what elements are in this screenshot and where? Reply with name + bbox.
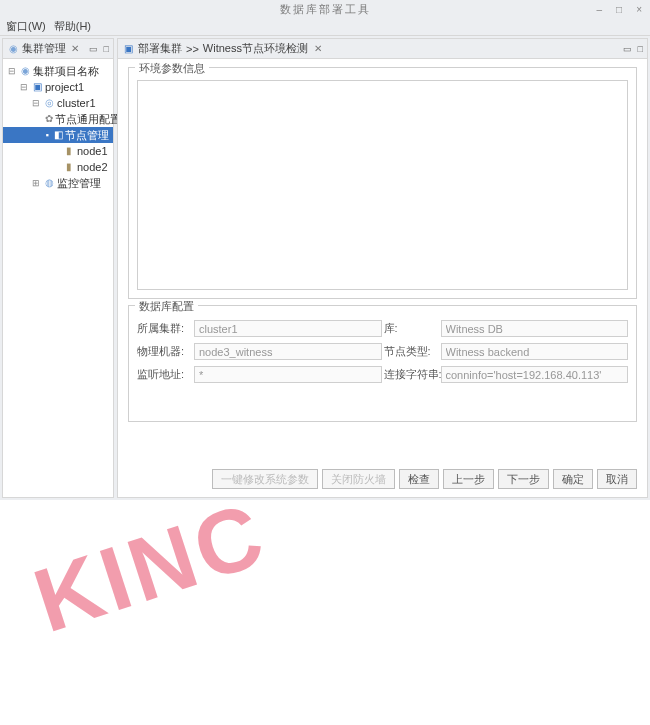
tab-close-icon[interactable]: ✕ (314, 43, 322, 54)
gear-icon: ✿ (45, 113, 53, 125)
env-output-box[interactable] (137, 80, 628, 290)
tree-project[interactable]: ⊟ ▣ project1 (3, 79, 113, 95)
input-cluster[interactable] (194, 320, 382, 337)
label-phys-machine: 物理机器: (137, 344, 192, 359)
env-fieldset: 环境参数信息 (128, 67, 637, 299)
breadcrumb-root: 部署集群 (138, 41, 182, 56)
maximize-button[interactable]: □ (616, 4, 624, 15)
close-button[interactable]: × (636, 4, 644, 15)
blank-area (0, 500, 650, 725)
label-node-type: 节点类型: (384, 344, 439, 359)
tree-node-manage-label: 节点管理 (65, 128, 109, 143)
tab-cluster-mgmt[interactable]: ◉ 集群管理 ✕ (7, 41, 79, 56)
minimize-button[interactable]: – (597, 4, 605, 15)
db-icon: ▮ (63, 145, 75, 157)
breadcrumb-page: Witness节点环境检测 (203, 41, 308, 56)
window-title: 数据库部署工具 (280, 2, 371, 17)
tree-node1-label: node1 (77, 145, 108, 157)
env-legend: 环境参数信息 (135, 61, 209, 76)
input-node-type[interactable] (441, 343, 629, 360)
window-controls: – □ × (597, 4, 644, 15)
collapse-icon[interactable]: ⊟ (19, 82, 29, 92)
cluster-icon: ◉ (7, 43, 19, 55)
tree-root-label: 集群项目名称 (33, 64, 99, 79)
input-phys-machine[interactable] (194, 343, 382, 360)
panel-maximize-icon[interactable]: □ (104, 44, 109, 54)
tab-cluster-label: 集群管理 (22, 41, 66, 56)
breadcrumb-sep: >> (186, 43, 199, 55)
ok-button[interactable]: 确定 (553, 469, 593, 489)
menu-window[interactable]: 窗口(W) (6, 19, 46, 34)
tree-node-common-config[interactable]: ✿ 节点通用配置 (3, 111, 113, 127)
panel-maximize-icon[interactable]: □ (638, 44, 643, 54)
cluster-icon: ◉ (19, 65, 31, 77)
monitor-icon: ◍ (43, 177, 55, 189)
tree-project-label: project1 (45, 81, 84, 93)
tab-close-icon[interactable]: ✕ (71, 43, 79, 54)
tree-root[interactable]: ⊟ ◉ 集群项目名称 (3, 63, 113, 79)
folder-icon: ▣ (31, 81, 43, 93)
form-area: 环境参数信息 数据库配置 所属集群: 库: 物理机器: 节点类型: 监 (118, 59, 647, 465)
tree-monitor-manage[interactable]: ⊞ ◍ 监控管理 (3, 175, 113, 191)
input-db-name[interactable] (441, 320, 629, 337)
right-tab-row: ▣ 部署集群 >> Witness节点环境检测 ✕ ▭ □ (118, 39, 647, 59)
title-bar: 数据库部署工具 – □ × (0, 0, 650, 18)
app-window: 数据库部署工具 – □ × 窗口(W) 帮助(H) ◉ 集群管理 ✕ ▭ □ (0, 0, 650, 500)
folder-icon: ▣ (122, 43, 134, 55)
check-button[interactable]: 检查 (399, 469, 439, 489)
tree-node2[interactable]: ▮ node2 (3, 159, 113, 175)
db-icon: ▮ (63, 161, 75, 173)
modify-sys-button: 一键修改系统参数 (212, 469, 318, 489)
collapse-icon[interactable]: ⊟ (31, 98, 41, 108)
tree-cluster[interactable]: ⊟ ◎ cluster1 (3, 95, 113, 111)
db-fieldset: 数据库配置 所属集群: 库: 物理机器: 节点类型: 监听地址: 连接字符串: (128, 305, 637, 422)
tree-cluster-label: cluster1 (57, 97, 96, 109)
close-firewall-button: 关闭防火墙 (322, 469, 395, 489)
tree-view: ⊟ ◉ 集群项目名称 ⊟ ▣ project1 ⊟ ◎ cluster1 ✿ (3, 59, 113, 195)
collapse-icon[interactable]: ▪ (43, 130, 51, 140)
next-button[interactable]: 下一步 (498, 469, 549, 489)
nodes-icon: ◧ (53, 129, 63, 141)
label-conn-str: 连接字符串: (384, 367, 439, 382)
tree-node1[interactable]: ▮ node1 (3, 143, 113, 159)
left-panel: ◉ 集群管理 ✕ ▭ □ ⊟ ◉ 集群项目名称 ⊟ ▣ proj (2, 38, 114, 498)
menu-help[interactable]: 帮助(H) (54, 19, 91, 34)
collapse-icon[interactable]: ⊟ (7, 66, 17, 76)
tree-monitor-label: 监控管理 (57, 176, 101, 191)
tree-node-manage[interactable]: ▪ ◧ 节点管理 (3, 127, 113, 143)
label-listen-addr: 监听地址: (137, 367, 192, 382)
menu-bar: 窗口(W) 帮助(H) (0, 18, 650, 36)
right-panel: ▣ 部署集群 >> Witness节点环境检测 ✕ ▭ □ 环境参数信息 数据 (117, 38, 648, 498)
cluster-small-icon: ◎ (43, 97, 55, 109)
input-conn-str[interactable] (441, 366, 629, 383)
tab-deploy[interactable]: ▣ 部署集群 >> Witness节点环境检测 ✕ (122, 41, 322, 56)
body-area: ◉ 集群管理 ✕ ▭ □ ⊟ ◉ 集群项目名称 ⊟ ▣ proj (0, 36, 650, 500)
input-listen-addr[interactable] (194, 366, 382, 383)
panel-minimize-icon[interactable]: ▭ (89, 44, 98, 54)
prev-button[interactable]: 上一步 (443, 469, 494, 489)
expand-icon[interactable]: ⊞ (31, 178, 41, 188)
left-tab-row: ◉ 集群管理 ✕ ▭ □ (3, 39, 113, 59)
label-db-name: 库: (384, 321, 439, 336)
tree-node-common-label: 节点通用配置 (55, 112, 121, 127)
db-legend: 数据库配置 (135, 299, 198, 314)
cancel-button[interactable]: 取消 (597, 469, 637, 489)
button-row: 一键修改系统参数 关闭防火墙 检查 上一步 下一步 确定 取消 (118, 465, 647, 497)
label-cluster: 所属集群: (137, 321, 192, 336)
panel-minimize-icon[interactable]: ▭ (623, 44, 632, 54)
tree-node2-label: node2 (77, 161, 108, 173)
